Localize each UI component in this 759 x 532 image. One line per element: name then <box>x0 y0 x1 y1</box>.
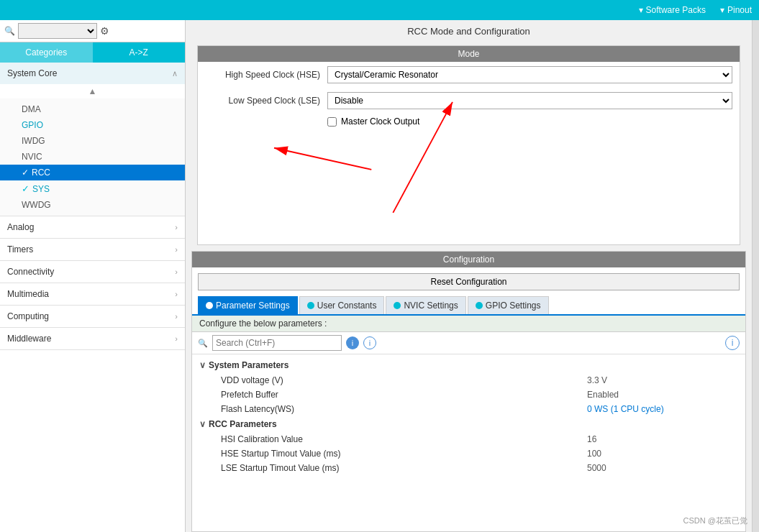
param-group-system: ∨ System Parameters <box>192 357 745 373</box>
tab-user-constants[interactable]: User Constants <box>299 296 385 314</box>
sidebar-item-nvic[interactable]: NVIC <box>0 149 185 165</box>
pinout-menu[interactable]: ▾ Pinout <box>720 5 752 15</box>
group-toggle-system[interactable]: ∨ <box>199 360 206 370</box>
tab-dot-3 <box>394 302 401 309</box>
config-search-input[interactable] <box>212 335 342 351</box>
category-system-core: System Core ∧ ▲ DMA GPIO IWDG NVIC ✓RCC … <box>0 63 185 216</box>
hse-label: High Speed Clock (HSE) <box>205 70 320 80</box>
param-value-hse-startup: 100 <box>587 449 731 459</box>
hse-row: High Speed Clock (HSE) Crystal/Ceramic R… <box>198 62 740 88</box>
computing-header[interactable]: Computing › <box>0 306 185 327</box>
middleware-header[interactable]: Middleware › <box>0 328 185 349</box>
sidebar-item-gpio[interactable]: GPIO <box>0 117 185 133</box>
param-row-lse-startup: LSE Startup Timout Value (ms) 5000 <box>192 461 745 475</box>
tab-parameter-settings-label: Parameter Settings <box>216 301 290 311</box>
param-group-rcc: ∨ RCC Parameters <box>192 416 745 432</box>
param-name-lse-startup: LSE Startup Timout Value (ms) <box>221 463 587 473</box>
config-section: Configuration Reset Configuration Parame… <box>191 251 746 532</box>
category-middleware: Middleware › <box>0 328 185 350</box>
right-scrollbar[interactable] <box>752 20 759 532</box>
sidebar-item-dma[interactable]: DMA <box>0 101 185 117</box>
gear-icon[interactable]: ⚙ <box>100 25 109 37</box>
tab-gpio-settings[interactable]: GPIO Settings <box>468 296 549 314</box>
scroll-up-arrow: ▲ <box>88 86 97 96</box>
tab-nvic-settings-label: NVIC Settings <box>404 301 458 311</box>
pinout-label: Pinout <box>727 5 752 15</box>
master-clock-checkbox[interactable] <box>327 117 337 127</box>
group-toggle-rcc[interactable]: ∨ <box>199 419 206 429</box>
rcc-check-icon: ✓ <box>22 168 29 178</box>
search-dropdown[interactable] <box>18 23 97 39</box>
sidebar-item-iwdg[interactable]: IWDG <box>0 133 185 149</box>
multimedia-header[interactable]: Multimedia › <box>0 283 185 305</box>
param-name-prefetch: Prefetch Buffer <box>221 390 587 400</box>
chevron-right-icon3: › <box>175 267 178 276</box>
system-core-items: DMA GPIO IWDG NVIC ✓RCC ✓ SYS WWDG <box>0 98 185 216</box>
param-value-prefetch: Enabled <box>587 390 731 400</box>
chevron-right-icon5: › <box>175 312 178 321</box>
chevron-right-icon: › <box>175 223 178 231</box>
category-multimedia: Multimedia › <box>0 283 185 306</box>
param-value-vdd: 3.3 V <box>587 375 731 385</box>
system-params-label: System Parameters <box>209 360 288 370</box>
sidebar-search-area: 🔍 ⚙ <box>0 20 185 42</box>
search-icon-sm: 🔍 <box>198 339 208 348</box>
tab-parameter-settings[interactable]: Parameter Settings <box>198 296 298 314</box>
sidebar-item-wwdg[interactable]: WWDG <box>0 197 185 213</box>
info-circle-icon-2[interactable]: i <box>363 336 376 349</box>
chevron-up-icon: ∧ <box>172 69 178 78</box>
tab-dot-1 <box>206 302 213 309</box>
config-search-bar: 🔍 i i i <box>192 332 745 354</box>
category-analog: Analog › <box>0 216 185 239</box>
sidebar-item-sys[interactable]: ✓ SYS <box>0 180 185 197</box>
search-icon: 🔍 <box>4 26 15 36</box>
category-computing: Computing › <box>0 306 185 328</box>
mode-section-wrapper: Mode High Speed Clock (HSE) Crystal/Cera… <box>191 45 746 245</box>
master-clock-label: Master Clock Output <box>341 116 419 127</box>
config-section-header: Configuration <box>192 252 745 267</box>
content-title: RCC Mode and Configuration <box>186 20 752 42</box>
info-circle-icon-1[interactable]: i <box>346 336 359 349</box>
param-row-prefetch: Prefetch Buffer Enabled <box>192 387 745 402</box>
reset-config-button[interactable]: Reset Configuration <box>198 273 740 290</box>
timers-header[interactable]: Timers › <box>0 239 185 260</box>
param-value-hsi: 16 <box>587 434 731 444</box>
chevron-down-icon: ▾ <box>639 5 643 15</box>
computing-label: Computing <box>7 311 49 321</box>
tab-dot-4 <box>476 302 483 309</box>
param-value-lse-startup: 5000 <box>587 463 731 473</box>
mode-section-header: Mode <box>198 46 740 62</box>
analog-header[interactable]: Analog › <box>0 216 185 238</box>
tab-categories[interactable]: Categories <box>0 42 93 63</box>
sys-check-icon: ✓ <box>22 183 29 194</box>
chevron-down-icon2: ▾ <box>720 5 724 15</box>
software-packs-menu[interactable]: ▾ Software Packs <box>639 5 706 15</box>
watermark: CSDN @花茧已觉 <box>683 515 747 526</box>
hse-select[interactable]: Crystal/Ceramic Resonator <box>327 66 732 83</box>
system-core-header[interactable]: System Core ∧ <box>0 63 185 84</box>
analog-label: Analog <box>7 222 34 232</box>
category-connectivity: Connectivity › <box>0 261 185 283</box>
timers-label: Timers <box>7 244 33 254</box>
connectivity-header[interactable]: Connectivity › <box>0 261 185 283</box>
param-row-vdd: VDD voltage (V) 3.3 V <box>192 373 745 387</box>
tab-az[interactable]: A->Z <box>93 42 186 63</box>
lse-label: Low Speed Clock (LSE) <box>205 96 320 106</box>
tab-nvic-settings[interactable]: NVIC Settings <box>386 296 465 314</box>
chevron-right-icon2: › <box>175 245 178 254</box>
lse-row: Low Speed Clock (LSE) Disable <box>198 88 740 114</box>
config-tabs: Parameter Settings User Constants NVIC S… <box>192 296 745 316</box>
param-name-flash: Flash Latency(WS) <box>221 404 587 414</box>
mode-section: Mode High Speed Clock (HSE) Crystal/Cera… <box>197 45 740 245</box>
sidebar-item-rcc[interactable]: ✓RCC <box>0 165 185 180</box>
sidebar: 🔍 ⚙ Categories A->Z System Core ∧ ▲ DMA <box>0 20 186 532</box>
tab-user-constants-label: User Constants <box>317 301 377 311</box>
info-icon-right[interactable]: i <box>725 336 740 350</box>
param-row-hse-startup: HSE Startup Timout Value (ms) 100 <box>192 446 745 461</box>
system-core-label: System Core <box>7 68 57 78</box>
param-row-flash: Flash Latency(WS) 0 WS (1 CPU cycle) <box>192 402 745 416</box>
param-row-hsi: HSI Calibration Value 16 <box>192 432 745 446</box>
lse-select[interactable]: Disable <box>327 92 732 109</box>
chevron-right-icon6: › <box>175 334 178 343</box>
tab-gpio-settings-label: GPIO Settings <box>486 301 541 311</box>
